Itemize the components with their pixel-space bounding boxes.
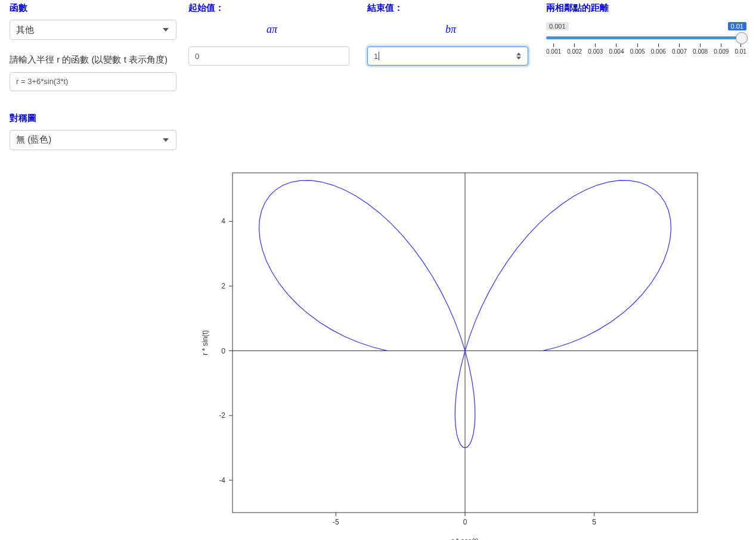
slider-max-label: 0.01: [728, 22, 746, 30]
end-heading: 結束值：: [367, 2, 534, 14]
end-expression: bπ: [367, 23, 534, 36]
start-heading: 起始值：: [188, 2, 355, 14]
slider-tick: 0.005: [630, 44, 645, 55]
formula-help-text: 請輸入半徑 r 的函數 (以變數 t 表示角度): [10, 53, 176, 66]
caret-down-icon: [163, 138, 169, 142]
y-tick-label: 0: [221, 346, 225, 355]
slider-tick: 0.003: [588, 44, 603, 55]
step-heading: 兩相鄰點的距離: [546, 2, 746, 14]
formula-input[interactable]: r = 3+6*sin(3*t): [10, 72, 176, 91]
y-tick-label: 2: [221, 282, 225, 290]
start-value: 0: [195, 52, 199, 61]
slider-tick: 0.001: [546, 44, 561, 55]
slider-labels: 0.001 0.01: [546, 22, 746, 30]
step-slider[interactable]: [546, 32, 746, 44]
slider-tick: 0.006: [651, 44, 666, 55]
symmetry-heading: 對稱圖: [10, 113, 176, 124]
x-tick-label: 0: [463, 518, 467, 526]
slider-tick: 0.002: [567, 44, 582, 55]
stepper-down-icon[interactable]: [516, 57, 521, 60]
start-value-input[interactable]: 0: [188, 46, 349, 66]
y-axis-label: r * sin(t): [201, 330, 209, 355]
function-select[interactable]: 其他: [10, 20, 176, 40]
function-select-value: 其他: [16, 24, 34, 36]
polar-chart: -505-4-2024r * cos(t)r * sin(t): [197, 161, 715, 540]
slider-tick: 0.004: [609, 44, 624, 55]
y-tick-label: -4: [219, 476, 225, 484]
slider-min-label: 0.001: [546, 22, 569, 30]
x-tick-label: 5: [592, 518, 596, 526]
slider-tick: 0.01: [735, 44, 746, 55]
function-heading: 函數: [10, 2, 176, 14]
end-value-input[interactable]: 1: [367, 46, 528, 66]
slider-ticks: 0.0010.0020.0030.0040.0050.0060.0070.008…: [546, 44, 746, 55]
symmetry-select-value: 無 (藍色): [16, 134, 51, 145]
slider-thumb-icon[interactable]: [736, 32, 748, 44]
slider-tick: 0.009: [714, 44, 729, 55]
symmetry-select[interactable]: 無 (藍色): [10, 130, 176, 150]
x-tick-label: -5: [333, 518, 339, 526]
start-expression: aπ: [188, 23, 355, 36]
stepper-up-icon[interactable]: [516, 52, 521, 55]
caret-down-icon: [163, 28, 169, 32]
slider-tick: 0.007: [672, 44, 687, 55]
slider-bar: [546, 36, 746, 39]
text-cursor-icon: [379, 52, 379, 60]
y-tick-label: 4: [221, 217, 225, 225]
end-value-stepper[interactable]: [516, 52, 525, 60]
end-value: 1: [374, 52, 378, 61]
x-axis-label: r * cos(t): [451, 537, 478, 540]
slider-tick: 0.008: [693, 44, 708, 55]
y-tick-label: -2: [219, 411, 225, 420]
formula-input-value: r = 3+6*sin(3*t): [16, 77, 68, 86]
